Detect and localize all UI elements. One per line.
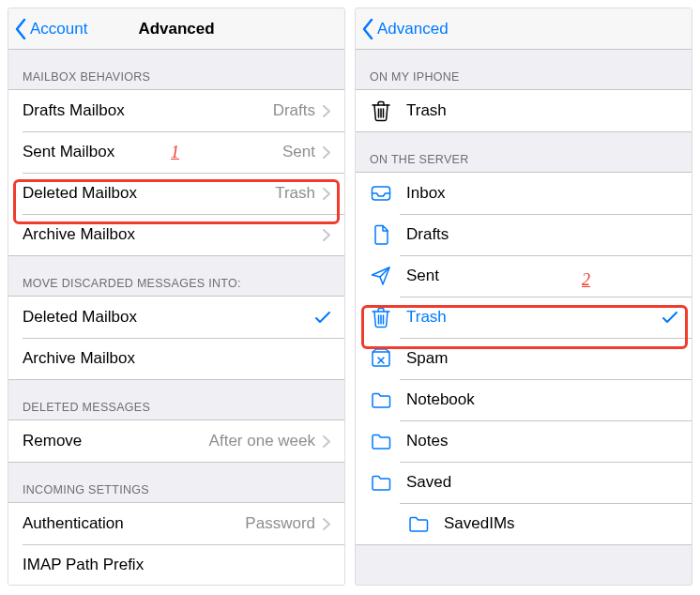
row-sent-mailbox[interactable]: Sent Mailbox Sent — [8, 131, 344, 173]
chevron-right-icon — [323, 188, 330, 200]
row-label: Trash — [406, 308, 662, 327]
section-header-on-phone: On My iPhone — [356, 50, 692, 89]
row-server-saved[interactable]: Saved — [356, 462, 692, 503]
row-server-drafts[interactable]: Drafts — [356, 214, 692, 255]
row-value: Drafts — [273, 101, 315, 120]
trash-icon — [370, 99, 392, 122]
chevron-left-icon — [361, 19, 373, 39]
folder-icon — [370, 389, 392, 411]
inbox-icon — [370, 182, 392, 205]
row-label: Sent Mailbox — [23, 143, 282, 161]
back-button-advanced[interactable]: Advanced — [356, 19, 449, 39]
row-value: After one week — [209, 432, 315, 450]
row-label: Sent — [406, 267, 677, 285]
navbar: Account Advanced — [8, 8, 344, 50]
row-remove[interactable]: Remove After one week — [8, 420, 344, 462]
group-behaviors: Drafts Mailbox Drafts Sent Mailbox Sent … — [8, 89, 344, 256]
sent-icon — [370, 265, 392, 287]
row-label: Archive Mailbox — [23, 349, 330, 368]
chevron-left-icon — [14, 19, 26, 39]
folder-icon — [370, 430, 392, 452]
row-deleted-mailbox[interactable]: Deleted Mailbox Trash — [8, 173, 344, 214]
row-discarded-archive[interactable]: Archive Mailbox — [8, 338, 344, 379]
chevron-right-icon — [323, 146, 330, 159]
row-server-notes[interactable]: Notes — [356, 420, 692, 462]
section-header-behaviors: Mailbox Behaviors — [8, 50, 344, 89]
trash-icon — [370, 306, 392, 328]
back-button-account[interactable]: Account — [8, 19, 87, 39]
row-label: Notebook — [406, 390, 677, 409]
row-server-notebook[interactable]: Notebook — [356, 379, 692, 420]
row-label: Remove — [23, 432, 209, 450]
drafts-icon — [370, 223, 392, 246]
chevron-right-icon — [323, 229, 330, 241]
row-value: Sent — [282, 143, 315, 161]
row-server-sent[interactable]: Sent — [356, 255, 692, 297]
section-header-on-server: On the Server — [356, 132, 692, 172]
checkmark-icon — [662, 312, 677, 324]
navbar: Advanced — [356, 8, 692, 50]
group-deleted: Remove After one week — [8, 420, 344, 463]
row-label: Deleted Mailbox — [23, 308, 315, 327]
chevron-right-icon — [323, 518, 330, 530]
row-label: Authentication — [23, 514, 245, 533]
spam-icon — [370, 347, 392, 370]
row-label: Archive Mailbox — [23, 225, 315, 244]
row-drafts-mailbox[interactable]: Drafts Mailbox Drafts — [8, 90, 344, 131]
row-label: Drafts Mailbox — [23, 101, 273, 120]
group-on-server: Inbox Drafts Sent Trash Spam Noteboo — [356, 172, 692, 545]
back-label: Advanced — [377, 20, 449, 38]
row-server-trash[interactable]: Trash — [356, 297, 692, 338]
section-header-deleted: Deleted Messages — [8, 380, 344, 420]
checkmark-icon — [315, 312, 330, 324]
chevron-right-icon — [323, 105, 330, 117]
row-server-inbox[interactable]: Inbox — [356, 173, 692, 214]
section-header-discarded: Move Discarded Messages Into: — [8, 256, 344, 296]
row-label: Trash — [406, 101, 677, 120]
section-header-incoming: Incoming Settings — [8, 463, 344, 502]
group-discarded: Deleted Mailbox Archive Mailbox — [8, 296, 344, 380]
folder-icon — [370, 471, 392, 494]
row-value: Trash — [275, 184, 315, 203]
row-label: Spam — [406, 349, 677, 368]
row-server-savedims[interactable]: SavedIMs — [356, 503, 692, 544]
row-imap-path-prefix[interactable]: IMAP Path Prefix — [8, 544, 344, 586]
back-label: Account — [30, 20, 87, 38]
row-label: IMAP Path Prefix — [23, 556, 330, 574]
group-on-phone: Trash — [356, 89, 692, 132]
group-incoming: Authentication Password IMAP Path Prefix — [8, 502, 344, 586]
row-label: Drafts — [406, 225, 677, 244]
row-server-spam[interactable]: Spam — [356, 338, 692, 379]
row-discarded-deleted[interactable]: Deleted Mailbox — [8, 297, 344, 338]
row-label: SavedIMs — [444, 514, 677, 533]
chevron-right-icon — [323, 435, 330, 448]
row-on-phone-trash[interactable]: Trash — [356, 90, 692, 131]
folder-icon — [407, 512, 430, 535]
row-authentication[interactable]: Authentication Password — [8, 503, 344, 544]
row-label: Inbox — [406, 184, 677, 203]
row-label: Notes — [406, 432, 677, 450]
right-phone-mailbox-picker: Advanced On My iPhone Trash On the Serve… — [355, 8, 692, 586]
row-archive-mailbox[interactable]: Archive Mailbox — [8, 214, 344, 255]
left-phone-advanced-settings: Account Advanced Mailbox Behaviors Draft… — [8, 8, 345, 586]
row-label: Deleted Mailbox — [23, 184, 275, 203]
row-value: Password — [245, 514, 315, 533]
row-label: Saved — [406, 473, 677, 492]
